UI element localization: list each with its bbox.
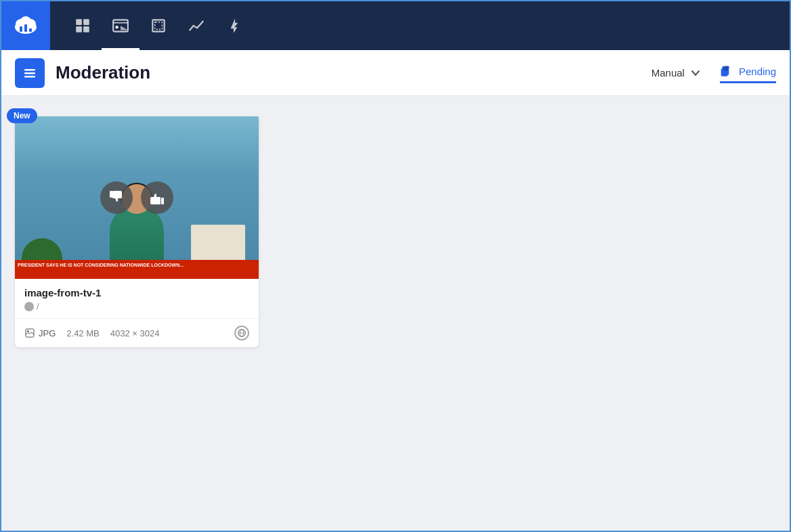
svg-rect-4 bbox=[20, 26, 22, 32]
nav-item-plugins[interactable] bbox=[215, 1, 253, 50]
hamburger-icon bbox=[23, 66, 37, 80]
manual-dropdown[interactable]: Manual bbox=[643, 62, 709, 84]
thumbs-up-vote[interactable] bbox=[141, 181, 173, 214]
svg-rect-23 bbox=[161, 198, 164, 204]
svg-rect-9 bbox=[76, 26, 82, 32]
globe-button[interactable] bbox=[234, 326, 249, 340]
file-size: 2.42 MB bbox=[66, 328, 99, 338]
new-badge: New bbox=[7, 108, 37, 123]
tv-news-bar: PRESIDENT SAYS HE IS NOT CONSIDERING NAT… bbox=[15, 260, 259, 279]
tv-news-text: PRESIDENT SAYS HE IS NOT CONSIDERING NAT… bbox=[15, 260, 259, 270]
menu-button[interactable] bbox=[15, 58, 45, 88]
image-file-icon bbox=[24, 328, 35, 338]
svg-rect-21 bbox=[723, 68, 728, 70]
vote-overlay bbox=[100, 181, 173, 214]
nav-item-analytics[interactable] bbox=[177, 1, 215, 50]
card-path-text: / bbox=[37, 301, 39, 311]
media-icon bbox=[112, 17, 129, 35]
svg-rect-10 bbox=[83, 26, 89, 32]
thumbs-down-icon bbox=[108, 190, 125, 206]
page-title: Moderation bbox=[56, 62, 633, 83]
header-bar: Moderation Manual Pending bbox=[1, 50, 790, 96]
svg-rect-7 bbox=[76, 19, 82, 25]
file-dims: 4032 × 3024 bbox=[110, 328, 160, 338]
content-area: New PRESIDENT SAYS HE IS NOT CONSIDERING… bbox=[1, 96, 790, 532]
plugins-icon bbox=[226, 17, 243, 35]
svg-rect-6 bbox=[29, 28, 32, 32]
pending-tab[interactable]: Pending bbox=[720, 65, 776, 83]
crop-icon bbox=[150, 17, 167, 35]
dropdown-label: Manual bbox=[651, 67, 685, 79]
path-dot-icon bbox=[24, 302, 34, 311]
chevron-down-icon bbox=[690, 68, 701, 79]
top-navigation bbox=[1, 1, 790, 50]
pending-label: Pending bbox=[739, 66, 776, 77]
image-card[interactable]: New PRESIDENT SAYS HE IS NOT CONSIDERING… bbox=[15, 116, 259, 347]
analytics-icon bbox=[188, 17, 205, 35]
nav-item-dashboard[interactable] bbox=[64, 1, 102, 50]
cloud-logo-icon bbox=[12, 12, 39, 39]
nav-item-crop[interactable] bbox=[140, 1, 177, 50]
thumbs-down-vote[interactable] bbox=[100, 181, 133, 214]
card-filename: image-from-tv-1 bbox=[24, 287, 249, 298]
card-meta: JPG 2.42 MB 4032 × 3024 bbox=[15, 319, 259, 347]
thumbs-up-icon bbox=[149, 190, 165, 206]
pending-icon bbox=[720, 65, 733, 79]
nav-item-media[interactable] bbox=[102, 1, 140, 50]
svg-rect-19 bbox=[725, 66, 729, 68]
dashboard-icon bbox=[74, 17, 91, 35]
file-type-label: JPG bbox=[39, 328, 56, 338]
svg-rect-14 bbox=[155, 22, 163, 30]
svg-rect-15 bbox=[24, 69, 35, 71]
svg-point-12 bbox=[115, 26, 118, 28]
svg-point-25 bbox=[27, 330, 29, 332]
svg-rect-8 bbox=[83, 19, 89, 25]
nav-icon-list bbox=[50, 1, 253, 50]
svg-rect-17 bbox=[24, 76, 35, 78]
globe-icon bbox=[237, 328, 247, 338]
image-thumbnail[interactable]: PRESIDENT SAYS HE IS NOT CONSIDERING NAT… bbox=[15, 116, 259, 279]
file-type: JPG bbox=[24, 328, 56, 338]
svg-rect-16 bbox=[24, 72, 35, 74]
svg-rect-22 bbox=[110, 191, 112, 198]
card-info: image-from-tv-1 / bbox=[15, 279, 259, 319]
card-path: / bbox=[24, 301, 249, 311]
nav-logo[interactable] bbox=[1, 1, 50, 50]
svg-rect-5 bbox=[24, 24, 27, 32]
